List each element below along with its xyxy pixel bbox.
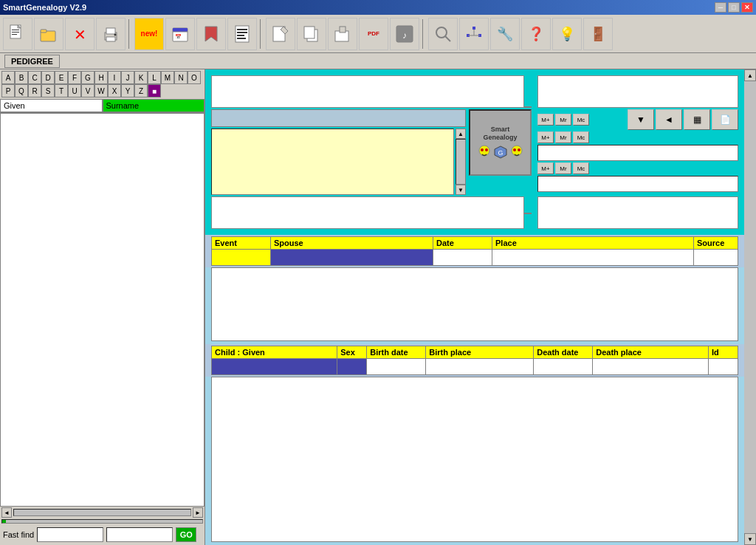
- alpha-Y[interactable]: Y: [121, 84, 134, 97]
- child-cell-sex-1[interactable]: [337, 359, 367, 375]
- event-cell-place-1[interactable]: [492, 250, 694, 266]
- right-scroll-track[interactable]: [744, 81, 756, 533]
- person-bottom-box[interactable]: [211, 196, 524, 229]
- fast-find-go-button[interactable]: GO: [176, 527, 196, 542]
- alpha-I[interactable]: I: [108, 71, 121, 84]
- alpha-V[interactable]: V: [81, 84, 94, 97]
- event-cell-date-1[interactable]: [433, 250, 492, 266]
- maximize-button[interactable]: □: [728, 2, 740, 13]
- alpha-H[interactable]: H: [94, 71, 108, 84]
- mr-btn-2[interactable]: Mr: [555, 131, 571, 143]
- help-button[interactable]: ❓: [521, 18, 551, 50]
- ancestor-info-2: [537, 176, 738, 192]
- alpha-K[interactable]: K: [134, 71, 148, 84]
- alpha-M[interactable]: M: [161, 71, 174, 84]
- notes-scroll-down[interactable]: ▼: [456, 185, 466, 195]
- right-panel: ▲ ▼ SmartGenealogy: [205, 69, 744, 545]
- notes-scroll-track[interactable]: [456, 139, 466, 185]
- mr-btn-3[interactable]: Mr: [555, 162, 571, 174]
- alpha-L[interactable]: L: [148, 71, 161, 84]
- child-cell-given-1[interactable]: [212, 359, 337, 375]
- alpha-Z[interactable]: Z: [134, 84, 148, 97]
- logo-shield: G: [493, 145, 508, 160]
- tools-button[interactable]: 🔧: [490, 18, 520, 50]
- doc-btn[interactable]: 📄: [712, 109, 738, 130]
- ancestor-top-box[interactable]: [537, 75, 738, 108]
- event-cell-source-1[interactable]: [694, 250, 738, 266]
- ancestor-bottom-box[interactable]: [537, 196, 738, 229]
- m-plus-btn-3[interactable]: M+: [537, 162, 554, 174]
- print-button[interactable]: [96, 18, 126, 50]
- alpha-C[interactable]: C: [28, 71, 41, 84]
- scroll-track[interactable]: [13, 509, 191, 516]
- mc-btn-3[interactable]: Mc: [573, 162, 589, 174]
- right-scroll-up[interactable]: ▲: [744, 69, 756, 81]
- alpha-N[interactable]: N: [174, 71, 188, 84]
- close-button[interactable]: ✕: [741, 2, 753, 13]
- grid-btn[interactable]: ▦: [684, 109, 710, 130]
- scroll-left-arrow[interactable]: ◄: [1, 507, 12, 518]
- bookmark-button[interactable]: [196, 18, 226, 50]
- child-cell-birth-date-1[interactable]: [367, 359, 426, 375]
- report-button[interactable]: [227, 18, 257, 50]
- alpha-W[interactable]: W: [94, 84, 108, 97]
- child-cell-id-1[interactable]: [709, 359, 738, 375]
- event-row-1[interactable]: [212, 250, 738, 266]
- child-cell-birth-place-1[interactable]: [426, 359, 534, 375]
- delete-button[interactable]: ✕: [65, 18, 94, 50]
- alpha-T[interactable]: T: [55, 84, 68, 97]
- media-button[interactable]: ♪: [390, 18, 419, 50]
- alpha-D[interactable]: D: [41, 71, 55, 84]
- alpha-E[interactable]: E: [55, 71, 68, 84]
- m-plus-btn-2[interactable]: M+: [537, 131, 554, 143]
- alpha-O[interactable]: O: [188, 71, 201, 84]
- calendar-button[interactable]: 📅: [165, 18, 195, 50]
- alpha-B[interactable]: B: [15, 71, 28, 84]
- down-arrow-btn[interactable]: ▼: [628, 109, 654, 130]
- alpha-A[interactable]: A: [1, 71, 15, 84]
- person-top-box[interactable]: [211, 75, 524, 108]
- m-plus-btn-1[interactable]: M+: [537, 114, 554, 126]
- alpha-special[interactable]: ■: [148, 84, 161, 97]
- name-list[interactable]: [0, 113, 205, 507]
- alpha-X[interactable]: X: [108, 84, 121, 97]
- right-scrollbar: ▲ ▼: [744, 69, 756, 545]
- bulb-button[interactable]: 💡: [552, 18, 582, 50]
- alpha-U[interactable]: U: [68, 84, 81, 97]
- minimize-button[interactable]: ─: [715, 2, 726, 13]
- alpha-F[interactable]: F: [68, 71, 81, 84]
- exit-button[interactable]: 🚪: [583, 18, 613, 50]
- event-cell-event-1[interactable]: [212, 250, 271, 266]
- child-cell-death-place-1[interactable]: [593, 359, 709, 375]
- child-cell-death-date-1[interactable]: [534, 359, 593, 375]
- mc-btn-2[interactable]: Mc: [573, 131, 589, 143]
- open-folder-button[interactable]: [34, 18, 63, 50]
- fast-find-input2[interactable]: [106, 527, 173, 542]
- alpha-R[interactable]: R: [28, 84, 41, 97]
- mr-btn-1[interactable]: Mr: [555, 114, 571, 126]
- alpha-P[interactable]: P: [1, 84, 15, 97]
- mc-btn-1[interactable]: Mc: [573, 114, 589, 126]
- left-arrow-btn[interactable]: ◄: [656, 109, 682, 130]
- alpha-J[interactable]: J: [121, 71, 134, 84]
- child-row-1[interactable]: [212, 359, 738, 375]
- new2-button[interactable]: new!: [134, 18, 164, 50]
- paste-button[interactable]: [328, 18, 357, 50]
- pdf-button[interactable]: PDF: [359, 18, 388, 50]
- event-cell-spouse-1[interactable]: [271, 250, 433, 266]
- copy-button[interactable]: [297, 18, 326, 50]
- pedigree-tab[interactable]: PEDIGREE: [4, 55, 60, 68]
- search-button[interactable]: [428, 18, 458, 50]
- edit-button[interactable]: [266, 18, 295, 50]
- scroll-right-arrow[interactable]: ►: [193, 507, 203, 518]
- notes-scroll-up[interactable]: ▲: [456, 128, 466, 139]
- connector-h-top: [524, 106, 532, 108]
- new-file-button[interactable]: [3, 18, 32, 50]
- right-scroll-down[interactable]: ▼: [744, 533, 756, 545]
- alpha-Q[interactable]: Q: [15, 84, 28, 97]
- tree-button[interactable]: [459, 18, 489, 50]
- notes-textarea[interactable]: [211, 128, 454, 195]
- fast-find-input1[interactable]: [37, 527, 103, 542]
- alpha-G[interactable]: G: [81, 71, 94, 84]
- alpha-S[interactable]: S: [41, 84, 55, 97]
